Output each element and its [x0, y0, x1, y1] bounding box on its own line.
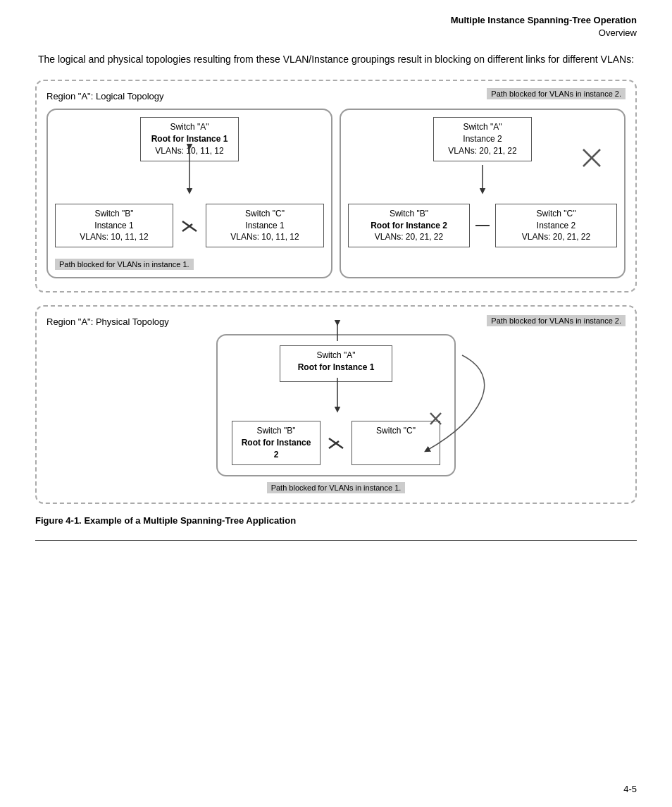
- figure-label: Figure 4-1.: [35, 515, 82, 526]
- phys-path-blocked-instance1-text: Path blocked for VLANs in instance 1.: [267, 482, 406, 493]
- right-switch-b-name: Switch "B": [354, 208, 463, 220]
- right-switch-c-vlans: VLANs: 20, 21, 22: [502, 231, 611, 243]
- left-switch-a-name: Switch "A": [147, 121, 232, 133]
- path-blocked-instance1-text: Path blocked for VLANs in instance 1.: [55, 259, 194, 270]
- blocked-x-svg-left: [180, 216, 199, 235]
- path-blocked-instance2-top-label: Path blocked for VLANs in instance 2.: [487, 88, 626, 99]
- phys-switch-b-bold: Root for Instance 2: [238, 437, 314, 461]
- phys-switch-b-box: Switch "B" Root for Instance 2: [232, 421, 321, 464]
- right-switch-b-bold: Root for Instance 2: [354, 220, 463, 232]
- right-switch-c-name: Switch "C": [502, 208, 611, 220]
- left-switch-c-vlans: VLANs: 10, 11, 12: [212, 231, 318, 243]
- left-bottom-row: Switch "B" Instance 1 VLANs: 10, 11, 12 …: [55, 204, 324, 247]
- path-blocked-instance1-label: Path blocked for VLANs in instance 1.: [55, 253, 324, 270]
- phys-inner-panel: Switch "A" Root for Instance 1: [216, 334, 456, 476]
- right-switch-a-name: Switch "A": [440, 121, 525, 133]
- right-bottom-row: Switch "B" Root for Instance 2 VLANs: 20…: [348, 204, 617, 247]
- phys-blocked-slash-svg: [328, 433, 344, 452]
- intro-text: The logical and physical topologies resu…: [35, 52, 637, 67]
- left-switch-a-box: Switch "A" Root for Instance 1 VLANs: 10…: [140, 117, 239, 161]
- phys-top-switch-row: Switch "A" Root for Instance 1: [232, 345, 440, 382]
- footer-line: [35, 540, 637, 541]
- figure-title: Example of a Multiple Spanning-Tree Appl…: [84, 515, 296, 526]
- right-switch-c-line2: Instance 2: [502, 220, 611, 232]
- left-switch-a-vlans: VLANs: 10, 11, 12: [147, 145, 232, 157]
- x-mark-svg: [580, 147, 603, 169]
- phys-path-blocked-instance1-row: Path blocked for VLANs in instance 1.: [46, 482, 626, 493]
- right-switch-c-box: Switch "C" Instance 2 VLANs: 20, 21, 22: [495, 204, 617, 247]
- page-header: Multiple Instance Spanning-Tree Operatio…: [35, 14, 637, 39]
- phys-center-region: Switch "A" Root for Instance 1: [46, 334, 626, 476]
- left-switch-b-name: Switch "B": [61, 208, 167, 220]
- phys-switch-b-name: Switch "B": [238, 425, 314, 437]
- left-switch-c-line2: Instance 1: [212, 220, 318, 232]
- right-spacer: [348, 253, 617, 264]
- phys-switch-a-name: Switch "A": [286, 350, 386, 362]
- logical-left-panel: Switch "A" Root for Instance 1 VLANs: 10…: [46, 109, 332, 278]
- physical-topology-box: Region "A": Physical Topology Path block…: [35, 305, 637, 503]
- right-switch-b-box: Switch "B" Root for Instance 2 VLANs: 20…: [348, 204, 470, 247]
- phys-bottom-row: Switch "B" Root for Instance 2 Switch "C…: [232, 421, 440, 464]
- blocked-mark-left: [179, 204, 200, 247]
- right-top-switch-row: Switch "A" Instance 2 VLANs: 20, 21, 22: [348, 117, 617, 161]
- page-number: 4-5: [623, 784, 637, 794]
- left-switch-a-bold: Root for Instance 1: [147, 133, 232, 145]
- phys-switch-a-bold: Root for Instance 1: [286, 362, 386, 374]
- left-switch-b-vlans: VLANs: 10, 11, 12: [61, 231, 167, 243]
- left-top-switch-row: Switch "A" Root for Instance 1 VLANs: 10…: [55, 117, 324, 161]
- phys-switch-a-box: Switch "A" Root for Instance 1: [280, 345, 392, 382]
- left-switch-b-box: Switch "B" Instance 1 VLANs: 10, 11, 12: [55, 204, 173, 247]
- right-switch-a-box: Switch "A" Instance 2 VLANs: 20, 21, 22: [433, 117, 532, 161]
- logical-top-section: Switch "A" Root for Instance 1 VLANs: 10…: [46, 109, 626, 278]
- left-switch-b-line2: Instance 1: [61, 220, 167, 232]
- left-switch-c-box: Switch "C" Instance 1 VLANs: 10, 11, 12: [206, 204, 324, 247]
- phys-bc-spacer: [328, 421, 344, 464]
- left-switch-c-name: Switch "C": [212, 208, 318, 220]
- phys-path-blocked-instance2: Path blocked for VLANs in instance 2.: [487, 315, 626, 326]
- logical-topology-box: Region "A": Logical Topology Path blocke…: [35, 80, 637, 292]
- header-subtitle: Overview: [35, 27, 637, 39]
- logical-right-panel: Switch "A" Instance 2 VLANs: 20, 21, 22: [340, 109, 626, 278]
- right-bc-connector: [475, 204, 490, 247]
- figure-caption: Figure 4-1. Example of a Multiple Spanni…: [35, 515, 637, 526]
- header-title: Multiple Instance Spanning-Tree Operatio…: [35, 14, 637, 27]
- x-mark-right-panel: [580, 147, 603, 171]
- right-switch-a-vlans: VLANs: 20, 21, 22: [440, 145, 525, 157]
- phys-switch-c-box: Switch "C": [351, 421, 440, 464]
- right-switch-a-line2: Instance 2: [440, 133, 525, 145]
- phys-switch-c-name: Switch "C": [358, 425, 434, 437]
- right-switch-b-vlans: VLANs: 20, 21, 22: [354, 231, 463, 243]
